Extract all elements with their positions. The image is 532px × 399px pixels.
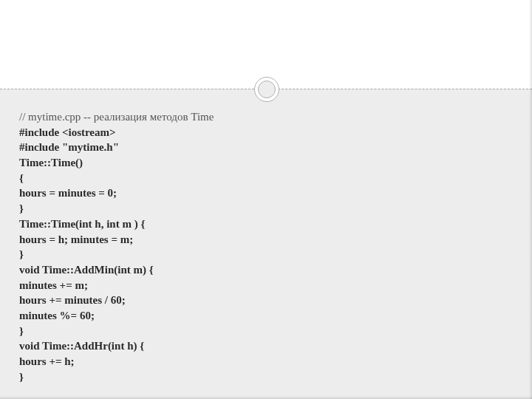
code-line: } [19, 247, 513, 262]
code-line: hours += h; [19, 354, 513, 369]
shadow-right [529, 0, 532, 399]
code-line: } [19, 201, 513, 216]
code-line: minutes += m; [19, 278, 513, 293]
circle-ornament-icon [254, 77, 278, 100]
code-line: hours = minutes = 0; [19, 185, 513, 201]
code-line: } [19, 369, 513, 385]
code-line: void Time::AddMin(int m) { [19, 262, 513, 278]
header-area [0, 0, 532, 89]
code-line: #include "mytime.h" [19, 140, 513, 155]
code-comment: // mytime.cpp -- реализация методов Time [19, 109, 513, 125]
code-line: Time::Time() [19, 155, 513, 171]
code-line: #include <iostream> [19, 125, 513, 140]
shadow-bottom [0, 396, 532, 399]
code-content: // mytime.cpp -- реализация методов Time… [19, 109, 513, 384]
code-line: hours += minutes / 60; [19, 293, 513, 308]
code-line: hours = h; minutes = m; [19, 232, 513, 248]
code-line: Time::Time(int h, int m ) { [19, 216, 513, 232]
code-line: minutes %= 60; [19, 308, 513, 324]
code-line: } [19, 324, 513, 339]
code-line: { [19, 171, 513, 186]
code-line: void Time::AddHr(int h) { [19, 338, 513, 354]
slide-container: // mytime.cpp -- реализация методов Time… [0, 0, 532, 399]
